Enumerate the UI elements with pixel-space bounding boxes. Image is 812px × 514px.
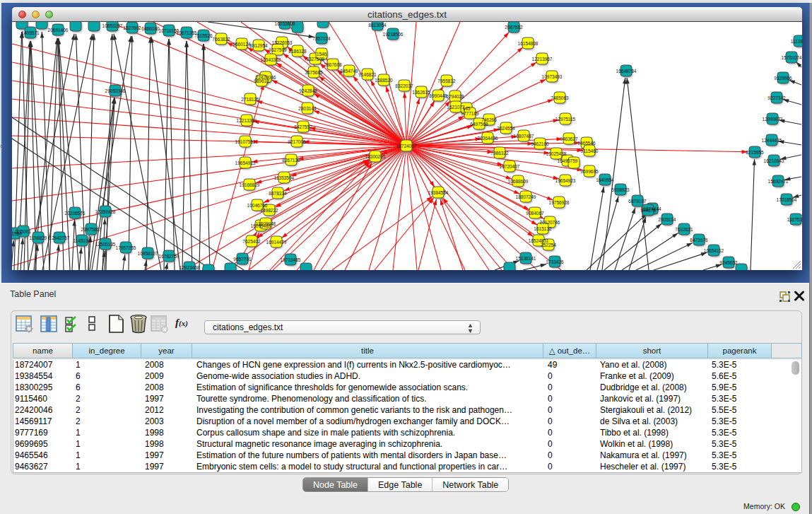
svg-text:9465546: 9465546 — [577, 141, 596, 146]
svg-text:11609948: 11609948 — [256, 221, 276, 226]
svg-text:19654913: 19654913 — [235, 160, 256, 165]
svg-text:12975115: 12975115 — [555, 117, 576, 122]
svg-text:15136141: 15136141 — [516, 256, 536, 261]
svg-text:8427552: 8427552 — [294, 124, 312, 129]
svg-text:252254: 252254 — [541, 243, 556, 247]
svg-text:9084067: 9084067 — [526, 211, 544, 216]
svg-text:1145194: 1145194 — [73, 238, 91, 243]
svg-text:9699695: 9699695 — [580, 169, 599, 174]
svg-text:989613: 989613 — [254, 78, 269, 83]
svg-text:1405571: 1405571 — [21, 30, 40, 35]
svg-text:1588520: 1588520 — [375, 78, 393, 83]
svg-text:8322037: 8322037 — [395, 83, 413, 88]
svg-text:18300295: 18300295 — [365, 154, 386, 159]
svg-text:1498222: 1498222 — [260, 208, 278, 213]
svg-text:19716485: 19716485 — [281, 257, 301, 262]
svg-text:15751074: 15751074 — [782, 55, 802, 60]
svg-text:18807249: 18807249 — [516, 194, 536, 199]
svg-text:2803144: 2803144 — [298, 106, 317, 111]
svg-text:18724007: 18724007 — [396, 144, 417, 148]
svg-text:17016504: 17016504 — [777, 197, 797, 202]
svg-text:8186328: 8186328 — [288, 49, 307, 54]
svg-text:12444415: 12444415 — [762, 138, 782, 143]
svg-text:20206576: 20206576 — [65, 211, 86, 216]
svg-text:16154808: 16154808 — [518, 41, 539, 46]
svg-text:20120746: 20120746 — [540, 220, 560, 225]
svg-text:9227342: 9227342 — [767, 95, 786, 100]
svg-text:10958107: 10958107 — [138, 251, 158, 256]
svg-text:1640954: 1640954 — [596, 177, 614, 182]
svg-text:19218506: 19218506 — [383, 32, 404, 37]
svg-text:12093873: 12093873 — [763, 117, 783, 122]
svg-text:15720407: 15720407 — [500, 164, 520, 169]
svg-text:17957255: 17957255 — [116, 245, 136, 250]
svg-text:10807487: 10807487 — [514, 134, 534, 139]
svg-text:3624554: 3624554 — [497, 126, 515, 131]
svg-text:9115460: 9115460 — [581, 148, 599, 153]
svg-text:7986322: 7986322 — [490, 151, 509, 156]
svg-text:10653287: 10653287 — [102, 23, 123, 28]
svg-text:29053346: 29053346 — [105, 88, 126, 93]
svg-text:19384554: 19384554 — [428, 190, 449, 195]
svg-text:10046766: 10046766 — [247, 203, 268, 208]
svg-text:8215955: 8215955 — [746, 150, 764, 155]
svg-text:7485063: 7485063 — [551, 95, 569, 100]
svg-text:1615132: 1615132 — [534, 226, 552, 231]
svg-text:12923468: 12923468 — [180, 265, 200, 270]
svg-text:9146821: 9146821 — [358, 72, 377, 77]
svg-text:10025438: 10025438 — [546, 151, 567, 156]
svg-text:2087682: 2087682 — [505, 25, 523, 30]
svg-text:8267130: 8267130 — [282, 158, 300, 163]
svg-text:1362615: 1362615 — [412, 90, 430, 95]
svg-text:944678: 944678 — [640, 208, 656, 213]
svg-text:2718126: 2718126 — [241, 97, 259, 102]
svg-text:6794028: 6794028 — [446, 94, 464, 99]
svg-text:7663822: 7663822 — [212, 37, 230, 42]
svg-text:20691406: 20691406 — [48, 28, 69, 33]
svg-text:535061: 535061 — [16, 229, 31, 234]
svg-text:12505135: 12505135 — [95, 242, 116, 247]
svg-text:9463627: 9463627 — [560, 136, 578, 141]
svg-text:1112893: 1112893 — [791, 39, 802, 44]
svg-text:15692971: 15692971 — [768, 179, 789, 184]
svg-text:9217006: 9217006 — [288, 139, 306, 144]
svg-text:15226053: 15226053 — [272, 40, 293, 45]
svg-text:9327508: 9327508 — [306, 57, 324, 62]
svg-text:8454749: 8454749 — [340, 69, 358, 74]
svg-text:16033809: 16033809 — [275, 22, 295, 26]
svg-text:5938923: 5938923 — [611, 187, 630, 192]
svg-text:9660124: 9660124 — [233, 42, 251, 47]
svg-text:6466160: 6466160 — [141, 26, 160, 31]
svg-text:10973493: 10973493 — [542, 74, 563, 79]
svg-text:10654112: 10654112 — [704, 248, 724, 253]
svg-text:1733426: 1733426 — [546, 259, 564, 264]
svg-text:1546: 1546 — [317, 52, 327, 57]
svg-text:20364436: 20364436 — [478, 136, 498, 141]
svg-text:9329966: 9329966 — [774, 76, 792, 81]
svg-text:9462160: 9462160 — [531, 141, 549, 146]
svg-text:23975867: 23975867 — [81, 227, 102, 232]
svg-text:12942757: 12942757 — [49, 235, 70, 240]
svg-text:12213967: 12213967 — [532, 57, 553, 62]
svg-text:145: 145 — [463, 106, 471, 111]
svg-text:16543362: 16543362 — [261, 57, 281, 62]
svg-text:2867608: 2867608 — [324, 62, 342, 67]
svg-text:1156829: 1156829 — [30, 235, 47, 240]
svg-text:16782759: 16782759 — [159, 254, 180, 259]
svg-text:7515526: 7515526 — [194, 33, 213, 38]
svg-text:1527602: 1527602 — [123, 25, 141, 30]
svg-text:6497568: 6497568 — [470, 122, 488, 127]
svg-text:9777169: 9777169 — [461, 111, 479, 116]
svg-text:8912954: 8912954 — [249, 43, 268, 48]
svg-text:7632621: 7632621 — [675, 227, 693, 232]
svg-text:19654923: 19654923 — [555, 178, 576, 183]
svg-text:9657791: 9657791 — [233, 257, 252, 262]
svg-text:11353594: 11353594 — [274, 175, 295, 180]
svg-text:7357224: 7357224 — [312, 36, 331, 41]
svg-text:16210643: 16210643 — [764, 158, 784, 163]
svg-text:8813054: 8813054 — [368, 23, 387, 28]
svg-text:9245652: 9245652 — [719, 260, 738, 265]
svg-text:2935114: 2935114 — [659, 217, 676, 222]
svg-text:8878334: 8878334 — [269, 191, 287, 196]
svg-text:6879197: 6879197 — [628, 199, 647, 204]
